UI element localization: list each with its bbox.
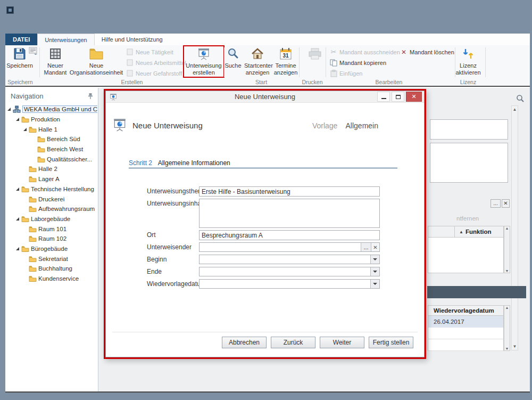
vertical-scrollbar[interactable]: ▲ ▼ — [511, 105, 518, 350]
tree-item[interactable]: Technische Herstellung — [5, 184, 97, 194]
tree-item-label[interactable]: Technische Herstellung — [31, 186, 94, 192]
tree-item-label[interactable]: Bürogebäude — [31, 246, 68, 252]
minimize-button[interactable] — [377, 92, 390, 102]
tree-item[interactable]: Halle 1 — [5, 124, 97, 134]
tree-item[interactable]: Laborgebäude — [5, 214, 97, 224]
unterweisungsinhalt-textarea[interactable] — [199, 199, 380, 228]
expander-icon[interactable] — [7, 107, 12, 112]
tree-item-root[interactable]: WEKA Media GmbH und C... — [5, 104, 97, 115]
table-row[interactable] — [428, 328, 504, 339]
mandant-loeschen-button[interactable]: ✕ Mandant löschen — [400, 47, 454, 56]
chevron-down-icon[interactable] — [370, 267, 379, 276]
tree-item[interactable]: Qualitätssicher... — [5, 154, 97, 164]
tree-item-label[interactable]: WEKA Media GmbH und C... — [22, 105, 97, 113]
wiedervorlagedatum-header[interactable]: Wiedervorlagedatum — [428, 305, 504, 316]
maximize-button[interactable] — [392, 92, 404, 102]
ende-dropdown[interactable] — [199, 267, 380, 276]
tree-item-label[interactable]: Druckerei — [38, 196, 64, 202]
suche-button[interactable]: Suche — [221, 46, 245, 69]
tab-hilfe-und-unterstuetzung[interactable]: Hilfe und Unterstützung — [95, 34, 170, 45]
tree-item-label[interactable]: Kundenservice — [38, 275, 79, 282]
background-field[interactable] — [430, 143, 508, 183]
close-button[interactable]: ✕ — [406, 92, 422, 102]
tree-item-label[interactable]: Raum 101 — [38, 226, 66, 232]
tree-item[interactable]: Sekretariat — [5, 254, 97, 264]
tree-item-label[interactable]: Laborgebäude — [31, 216, 70, 222]
tab-unterweisungen[interactable]: Unterweisungen — [37, 34, 95, 45]
clear-x-button[interactable]: ✕ — [502, 199, 510, 208]
tree-item[interactable]: Raum 102 — [5, 234, 97, 244]
tree-item[interactable]: Produktion — [5, 115, 97, 125]
termine-anzeigen-button[interactable]: 31 Termine anzeigen — [272, 46, 299, 76]
unterweisungsthema-input[interactable] — [199, 186, 380, 197]
ort-input[interactable] — [199, 230, 380, 240]
zurueck-button[interactable]: Zurück — [271, 337, 315, 348]
tree-item-label[interactable]: Sekretariat — [38, 256, 68, 262]
tree-item[interactable]: Bereich West — [5, 144, 97, 154]
tree-item[interactable]: Kundenservice — [5, 274, 97, 284]
tree-item[interactable]: Bereich Süd — [5, 134, 97, 144]
unterweisender-picker[interactable]: ... ✕ — [199, 242, 380, 252]
tree-item-label[interactable]: Bereich Süd — [47, 136, 80, 142]
expander-icon[interactable] — [15, 246, 21, 251]
clear-x-icon[interactable]: ✕ — [371, 243, 379, 251]
neuer-mandant-button[interactable]: Neuer Mandant — [38, 46, 72, 76]
tree-item[interactable]: Raum 101 — [5, 224, 97, 234]
vorlage-value: Allgemein — [346, 121, 378, 130]
chevron-down-icon[interactable] — [370, 255, 379, 264]
tree-item[interactable]: Halle 2 — [5, 164, 97, 174]
wiedervorlagedatum-dropdown[interactable] — [199, 279, 380, 289]
tree-item[interactable]: Lager A — [5, 174, 97, 184]
document-icon — [126, 70, 134, 77]
table-scrollbar[interactable]: ▲ ▼ — [504, 305, 510, 351]
scroll-up-icon[interactable]: ▲ — [512, 106, 518, 113]
weiter-button[interactable]: Weiter — [320, 337, 364, 348]
tree-item-label[interactable]: Halle 1 — [38, 126, 57, 133]
table-row[interactable]: 26.04.2017 — [428, 316, 504, 328]
tree-item-label[interactable]: Raum 102 — [38, 235, 66, 242]
beginn-dropdown[interactable] — [199, 255, 380, 264]
dialog-titlebar[interactable]: Neue Unterweisung ✕ — [106, 91, 424, 103]
table-row[interactable] — [428, 339, 504, 351]
neuer-gefahrstoff-button: Neuer Gefahrstoff — [126, 69, 182, 78]
neue-organisationseinheit-button[interactable]: Neue Organisationseinheit — [68, 46, 124, 76]
scroll-down-icon[interactable]: ▼ — [504, 269, 510, 273]
chevron-down-icon[interactable] — [370, 280, 379, 288]
mandant-kopieren-button[interactable]: Mandant kopieren — [330, 58, 386, 67]
tree-item[interactable]: Aufbewahrungsraum — [5, 204, 97, 214]
browse-button[interactable]: ... — [361, 243, 371, 251]
abbrechen-button[interactable]: Abbrechen — [222, 337, 267, 348]
tree-item[interactable]: Druckerei — [5, 194, 97, 204]
scroll-down-icon[interactable]: ▼ — [512, 343, 518, 350]
lizenz-aktivieren-button[interactable]: Lizenz aktivieren — [453, 46, 483, 76]
funktion-table-header[interactable]: ▲ Funktion — [428, 226, 504, 238]
license-arrows-icon — [453, 47, 483, 61]
panel-header-bar[interactable] — [427, 286, 526, 298]
background-field[interactable] — [430, 119, 508, 140]
lizenz-label-1: Lizenz — [460, 62, 477, 69]
tree-item-label[interactable]: Buchhaltung — [38, 265, 72, 272]
tree-item[interactable]: Bürogebäude — [5, 244, 97, 254]
startcenter-anzeigen-button[interactable]: Startcenter anzeigen — [244, 46, 271, 76]
panel-search-icon[interactable] — [516, 94, 525, 103]
tree-item-label[interactable]: Lager A — [38, 176, 60, 182]
tree-item-label[interactable]: Bereich West — [47, 146, 83, 152]
tree-item[interactable]: Buchhaltung — [5, 264, 97, 274]
expander-icon[interactable] — [15, 216, 21, 222]
fertig-stellen-button[interactable]: Fertig stellen — [369, 337, 413, 348]
scroll-up-icon[interactable]: ▲ — [504, 226, 510, 230]
table-scrollbar[interactable]: ▲ ▼ — [504, 226, 510, 273]
save-options-icon[interactable] — [29, 47, 37, 55]
tree-item-label[interactable]: Qualitätssicher... — [47, 156, 92, 162]
expander-icon[interactable] — [23, 127, 28, 132]
pin-icon[interactable] — [87, 92, 94, 99]
tree-item-label[interactable]: Aufbewahrungsraum — [38, 206, 95, 212]
tree-item-label[interactable]: Halle 2 — [38, 166, 57, 172]
scroll-down-icon[interactable]: ▼ — [504, 347, 510, 350]
expander-icon[interactable] — [15, 186, 21, 192]
expander-icon[interactable] — [15, 117, 21, 122]
scroll-up-icon[interactable]: ▲ — [504, 306, 510, 309]
tab-datei[interactable]: DATEI — [5, 34, 37, 45]
browse-button[interactable]: ... — [491, 199, 501, 208]
tree-item-label[interactable]: Produktion — [31, 116, 60, 123]
